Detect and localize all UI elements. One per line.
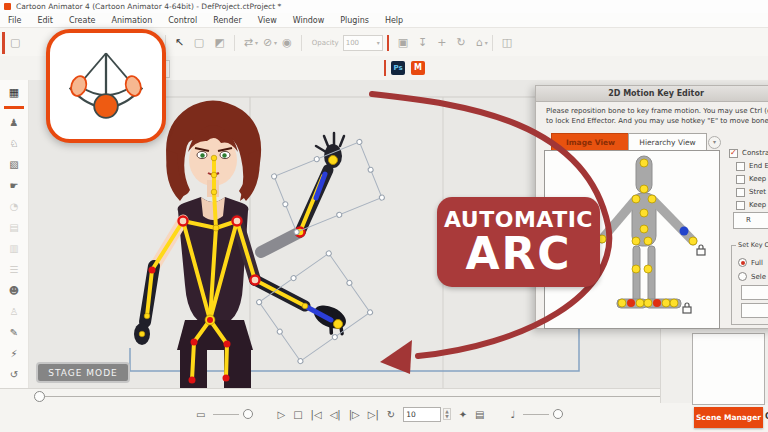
new-project-icon[interactable]: ▢ [10, 37, 20, 48]
toolbar-separator-red [387, 35, 389, 51]
timeline-scrubber[interactable] [36, 396, 676, 397]
menu-plugins[interactable]: Plugins [332, 16, 377, 25]
caption-slider-knob[interactable] [243, 409, 253, 419]
checkbox-end-effector[interactable]: End E [736, 160, 768, 172]
caption-slider[interactable] [213, 414, 239, 415]
checkbox-keep-1[interactable]: Keep [736, 173, 766, 185]
loop-button[interactable]: ↻ [387, 409, 395, 420]
caret-down-icon[interactable]: ▾ [377, 39, 380, 46]
flip-icon[interactable]: ⇄ [244, 37, 253, 48]
rotate-icon[interactable]: ↻ [457, 37, 466, 48]
face-puppet-icon[interactable]: ☻ [0, 282, 28, 300]
select-tool-icon[interactable]: ↖ [175, 37, 184, 48]
app-window: Cartoon Animator 4 (Cartoon Animator 4-6… [0, 0, 768, 432]
gear-icon[interactable]: ✦ [459, 409, 467, 420]
menu-edit[interactable]: Edit [29, 16, 61, 25]
props-icon[interactable]: ▧ [0, 156, 28, 174]
volume-slider-knob[interactable] [553, 409, 563, 419]
prev-frame-button[interactable]: ◁| [330, 409, 341, 420]
title-bar: Cartoon Animator 4 (Cartoon Animator 4-6… [0, 0, 768, 13]
menu-help[interactable]: Help [377, 16, 411, 25]
menu-animation[interactable]: Animation [103, 16, 160, 25]
toolbar-separator [234, 35, 235, 51]
menu-bar: File Edit Create Animation Control Rende… [0, 13, 768, 27]
selection-box-lowered-arm[interactable] [256, 250, 374, 365]
motion-link-icon[interactable]: M [411, 61, 425, 75]
menu-window[interactable]: Window [285, 16, 333, 25]
checkbox-icon[interactable] [736, 188, 745, 197]
fill-tool-icon[interactable]: ◩ [214, 37, 224, 48]
gesture-icon[interactable]: ☛ [0, 177, 28, 195]
frame-stepper[interactable]: ▲▼ [443, 408, 450, 420]
key-action-button-1[interactable] [741, 285, 768, 300]
play-button[interactable]: ▷ [277, 409, 285, 420]
toolbar-accent [2, 32, 5, 54]
home-icon[interactable]: ⌂ [476, 37, 483, 48]
caret-down-icon[interactable]: ▾ [255, 39, 258, 46]
menu-file[interactable]: File [0, 16, 29, 25]
panel-title[interactable]: 2D Motion Key Editor [536, 86, 768, 102]
radio-selected[interactable]: Sele [738, 271, 766, 282]
menu-view[interactable]: View [250, 16, 285, 25]
content-manager-icon[interactable]: ▦ [0, 84, 28, 102]
opacity-input[interactable]: 100 ▾ [343, 35, 383, 51]
menu-render[interactable]: Render [205, 16, 249, 25]
go-last-button[interactable]: ▷| [368, 409, 379, 420]
help-icon: ◔ [0, 198, 28, 216]
radio-icon[interactable] [738, 258, 747, 267]
checkbox-icon[interactable] [736, 201, 745, 210]
radio-label: Sele [751, 273, 766, 281]
template-grid2-icon: ▥ [0, 240, 28, 258]
checkbox-icon[interactable] [736, 162, 745, 171]
page-icon[interactable]: ▢ [194, 37, 204, 48]
radio-icon[interactable] [738, 272, 747, 281]
right-dock-panel [692, 333, 765, 405]
checkbox-keep-2[interactable]: Keep [736, 199, 766, 211]
key-action-button-2[interactable] [741, 303, 768, 318]
move-icon[interactable]: + [437, 37, 446, 48]
radio-full[interactable]: Full [738, 257, 763, 268]
mirror-icon[interactable]: ◫ [502, 37, 512, 48]
reset-button[interactable]: R [733, 212, 768, 229]
scene-manager-button[interactable]: Scene Manager [694, 407, 763, 428]
visibility-icon[interactable]: ◉ [282, 37, 292, 48]
playhead-knob[interactable] [34, 391, 45, 402]
bone-rig-blue [305, 174, 331, 320]
next-frame-button[interactable]: |▷ [349, 409, 360, 420]
opacity-label: Opacity [312, 39, 339, 47]
checkbox-constrain[interactable]: ✓ Constra [729, 147, 768, 159]
head-turn-icon[interactable]: ↺ [0, 366, 28, 384]
link-icon[interactable]: ⊘ [263, 37, 272, 48]
caret-down-icon[interactable]: ▾ [274, 39, 277, 46]
menu-create[interactable]: Create [61, 16, 104, 25]
caret-down-icon[interactable]: ▾ [485, 39, 488, 46]
checkbox-icon[interactable] [736, 175, 745, 184]
stop-button[interactable]: □ [293, 409, 302, 420]
chevron-down-icon[interactable]: ▾ [708, 136, 721, 149]
motion-icon[interactable]: ⚡ [0, 345, 28, 363]
stage-mode-label: STAGE MODE [48, 368, 118, 378]
face-key-icon[interactable]: ✎ [0, 324, 28, 342]
volume-slider[interactable] [523, 414, 549, 415]
image-icon[interactable]: ▣ [398, 37, 408, 48]
audio-icon[interactable]: ♩ [511, 409, 516, 420]
checkbox-label: Stret [749, 188, 766, 196]
playback-controls: ▭ ▷ □ |◁ ◁| |▷ ▷| ↻ ▲▼ ✦ ▤ ♩ [196, 406, 563, 422]
export-icon[interactable]: ▤ [475, 409, 484, 420]
toolbar2-separator-red [384, 60, 386, 76]
pin-down-icon[interactable]: ↧ [418, 37, 427, 48]
actor-icon[interactable]: ♟ [0, 114, 28, 132]
lock-icon [683, 245, 705, 313]
checkbox-icon[interactable]: ✓ [729, 149, 738, 158]
menu-control[interactable]: Control [160, 16, 205, 25]
frame-number-input[interactable] [403, 407, 441, 422]
photoshop-link-icon[interactable]: Ps [391, 61, 405, 75]
checkbox-stretch[interactable]: Stret [736, 186, 766, 198]
toolbar-separator [301, 35, 302, 51]
animation-icon[interactable]: ♘ [0, 135, 28, 153]
caption-icon[interactable]: ▭ [196, 409, 205, 420]
toolbar-separator [492, 35, 493, 51]
automatic-arc-badge: AUTOMATIC ARC [437, 197, 600, 287]
sidebar-active-indicator [4, 106, 24, 109]
go-first-button[interactable]: |◁ [311, 409, 322, 420]
